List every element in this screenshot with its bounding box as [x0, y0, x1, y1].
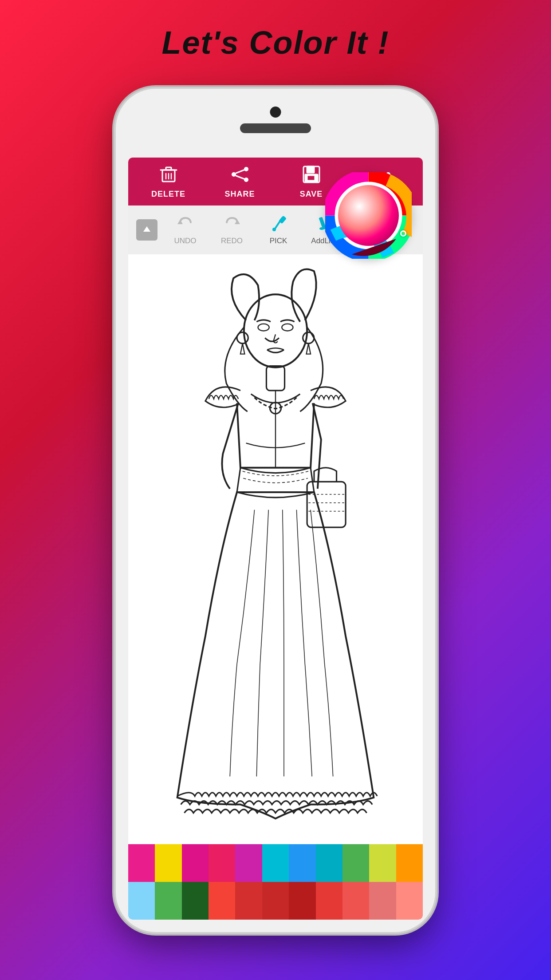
- speaker: [240, 123, 311, 133]
- delete-label: DELETE: [151, 190, 185, 199]
- swatch-magenta[interactable]: [235, 844, 262, 882]
- color-wheel[interactable]: [325, 172, 412, 259]
- swatch-blue[interactable]: [289, 844, 315, 882]
- svg-rect-2: [166, 167, 171, 170]
- swatch-orange[interactable]: [396, 844, 423, 882]
- swatch-red6[interactable]: [342, 882, 369, 920]
- save-button[interactable]: SAVE: [294, 165, 329, 199]
- swatch-red2[interactable]: [235, 882, 262, 920]
- svg-marker-19: [177, 220, 183, 224]
- front-camera: [270, 107, 281, 118]
- pick-button[interactable]: PICK: [255, 214, 302, 245]
- svg-point-25: [319, 227, 324, 230]
- sub-toolbar: UNDO REDO: [128, 205, 423, 254]
- svg-marker-18: [143, 226, 150, 232]
- undo-icon: [177, 214, 194, 235]
- svg-point-22: [272, 228, 276, 231]
- drawing-area[interactable]: [128, 254, 423, 920]
- swatch-red7[interactable]: [369, 882, 396, 920]
- redo-label: REDO: [221, 237, 243, 245]
- save-label: SAVE: [300, 190, 323, 199]
- palette-row-1: [128, 844, 423, 882]
- phone-frame: DELETE SHARE: [116, 89, 435, 932]
- svg-point-31: [237, 332, 248, 344]
- undo-button[interactable]: UNDO: [162, 214, 209, 245]
- swatch-red8[interactable]: [396, 882, 423, 920]
- app-title: Let's Color It !: [0, 0, 551, 61]
- swatch-lightblue[interactable]: [128, 882, 155, 920]
- share-icon: [230, 165, 250, 187]
- swatch-red4[interactable]: [289, 882, 315, 920]
- swatch-red1[interactable]: [209, 882, 235, 920]
- phone-top: [116, 89, 435, 158]
- palette-row-2: [128, 882, 423, 920]
- svg-line-10: [236, 176, 244, 179]
- share-button[interactable]: SHARE: [222, 165, 258, 199]
- svg-rect-14: [307, 175, 315, 181]
- phone-screen: DELETE SHARE: [128, 158, 423, 920]
- swatch-pink[interactable]: [128, 844, 155, 882]
- fashion-figure: [128, 254, 423, 920]
- svg-marker-20: [235, 220, 240, 224]
- swatch-red5[interactable]: [316, 882, 342, 920]
- swatch-green[interactable]: [342, 844, 369, 882]
- swatch-medgreen[interactable]: [155, 882, 181, 920]
- delete-button[interactable]: DELETE: [151, 165, 186, 199]
- svg-point-7: [244, 178, 248, 182]
- pick-label: PICK: [270, 237, 287, 245]
- swatch-darkgreen[interactable]: [182, 882, 209, 920]
- pick-icon: [270, 214, 287, 235]
- collapse-button[interactable]: [136, 219, 157, 241]
- svg-line-9: [236, 170, 244, 173]
- share-label: SHARE: [224, 190, 255, 199]
- swatch-yellow[interactable]: [155, 844, 181, 882]
- redo-icon: [223, 214, 241, 235]
- svg-point-30: [282, 324, 293, 331]
- color-palette: [128, 844, 423, 920]
- svg-point-29: [258, 324, 269, 331]
- swatch-lime[interactable]: [369, 844, 396, 882]
- delete-icon: [159, 165, 178, 187]
- svg-rect-33: [266, 366, 284, 391]
- svg-point-8: [232, 172, 236, 177]
- swatch-hotpink[interactable]: [182, 844, 209, 882]
- redo-button[interactable]: REDO: [209, 214, 255, 245]
- swatch-cyan[interactable]: [316, 844, 342, 882]
- svg-point-32: [303, 332, 314, 344]
- svg-rect-12: [307, 166, 314, 173]
- svg-point-28: [244, 294, 307, 367]
- svg-point-6: [244, 167, 248, 171]
- swatch-red3[interactable]: [262, 882, 289, 920]
- swatch-teal[interactable]: [262, 844, 289, 882]
- save-icon: [302, 165, 321, 187]
- undo-label: UNDO: [174, 237, 196, 245]
- swatch-deeppink[interactable]: [209, 844, 235, 882]
